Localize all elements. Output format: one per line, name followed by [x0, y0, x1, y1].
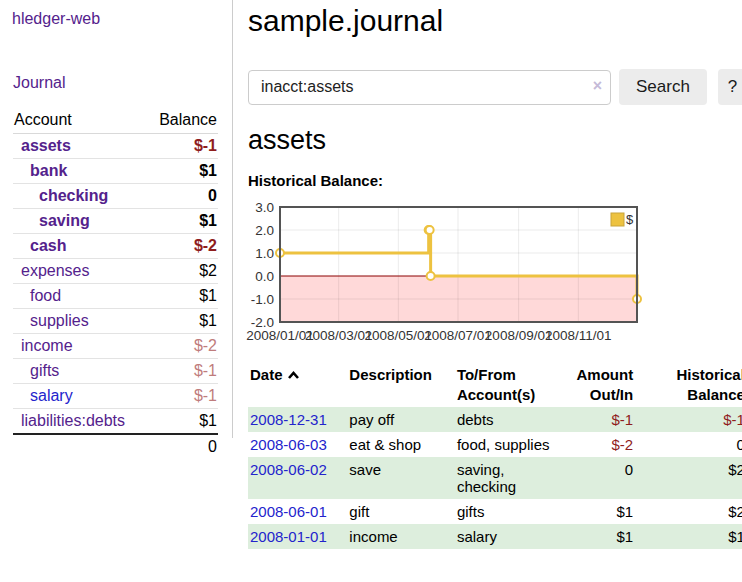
account-balance: 0: [147, 184, 218, 209]
transaction-amount: $-1: [561, 407, 635, 432]
transaction-row: 2008-12-31pay offdebts$-1$-1: [248, 407, 742, 432]
accounts-header-row: Account Balance: [13, 109, 218, 134]
accounts-tbody: assets$-1bank$1checking0saving$1cash$-2e…: [13, 134, 218, 435]
account-balance: $-2: [147, 334, 218, 359]
account-link[interactable]: saving: [39, 212, 90, 229]
transaction-balance: $2: [635, 499, 742, 524]
transaction-description: pay off: [347, 407, 455, 432]
account-balance: $1: [147, 409, 218, 435]
search-form: × Search ?: [248, 69, 742, 105]
page: hledger-web Journal Account Balance asse…: [0, 0, 742, 549]
transaction-accounts: salary: [455, 524, 562, 549]
account-row: food$1: [13, 284, 218, 309]
transaction-amount: $-2: [561, 432, 635, 457]
account-row: cash$-2: [13, 234, 218, 259]
accounts-header-balance: Balance: [147, 109, 218, 134]
account-link[interactable]: liabilities:debts: [21, 412, 125, 429]
svg-text:-1.0: -1.0: [251, 292, 274, 307]
page-title: sample.journal: [248, 3, 742, 39]
svg-text:2.0: 2.0: [255, 223, 274, 238]
account-link[interactable]: bank: [30, 162, 67, 179]
transaction-amount: 0: [561, 457, 635, 499]
register-header-amount: Amount Out/In: [561, 363, 635, 407]
register-table: Date Description To/From Account(s) Amou…: [248, 363, 742, 549]
transaction-description: eat & shop: [347, 432, 455, 457]
svg-text:2008/07/01: 2008/07/01: [424, 328, 492, 343]
transaction-balance: $2: [635, 457, 742, 499]
chart-label: Historical Balance:: [248, 172, 742, 190]
search-input-wrap: ×: [248, 70, 611, 105]
transaction-row: 2008-01-01incomesalary$1$1: [248, 524, 742, 549]
transaction-description: save: [347, 457, 455, 499]
transaction-accounts: saving, checking: [455, 457, 562, 499]
account-row: saving$1: [13, 209, 218, 234]
svg-text:$: $: [626, 212, 634, 227]
account-row: expenses$2: [13, 259, 218, 284]
account-row: checking0: [13, 184, 218, 209]
account-link[interactable]: income: [21, 337, 73, 354]
account-balance: $1: [147, 159, 218, 184]
sidebar: hledger-web Journal Account Balance asse…: [0, 0, 233, 438]
account-row: income$-2: [13, 334, 218, 359]
account-link[interactable]: gifts: [30, 362, 59, 379]
svg-text:2008/05/01: 2008/05/01: [365, 328, 433, 343]
account-balance: $1: [147, 209, 218, 234]
account-row: bank$1: [13, 159, 218, 184]
account-row: assets$-1: [13, 134, 218, 159]
svg-text:2008/03/01: 2008/03/01: [305, 328, 373, 343]
account-link[interactable]: salary: [30, 387, 73, 404]
transaction-description: gift: [347, 499, 455, 524]
search-input[interactable]: [248, 70, 611, 105]
svg-text:2008/01/01: 2008/01/01: [246, 328, 314, 343]
svg-text:0.0: 0.0: [255, 269, 274, 284]
accounts-table: Account Balance assets$-1bank$1checking0…: [13, 109, 218, 459]
svg-text:2008/11/01: 2008/11/01: [545, 328, 612, 343]
accounts-total-row: 0: [13, 434, 218, 459]
account-link[interactable]: cash: [30, 237, 66, 254]
account-row: gifts$-1: [13, 359, 218, 384]
transaction-date-link[interactable]: 2008-12-31: [250, 411, 327, 428]
transaction-balance: 0: [635, 432, 742, 457]
search-button[interactable]: Search: [619, 69, 707, 105]
svg-text:3.0: 3.0: [255, 200, 274, 215]
help-button[interactable]: ?: [718, 69, 742, 105]
transaction-accounts: food, supplies: [455, 432, 562, 457]
account-link[interactable]: assets: [21, 137, 71, 154]
transaction-amount: $1: [561, 524, 635, 549]
clear-search-icon[interactable]: ×: [593, 77, 602, 95]
account-link[interactable]: expenses: [21, 262, 90, 279]
account-link[interactable]: checking: [39, 187, 108, 204]
register-header-balance: Historical Balance: [635, 363, 742, 407]
account-balance: $-1: [147, 359, 218, 384]
account-row: supplies$1: [13, 309, 218, 334]
svg-text:1.0: 1.0: [255, 246, 274, 261]
transaction-description: income: [347, 524, 455, 549]
transaction-date-link[interactable]: 2008-06-02: [250, 461, 327, 478]
transaction-accounts: debts: [455, 407, 562, 432]
account-row: liabilities:debts$1: [13, 409, 218, 435]
transaction-date-link[interactable]: 2008-06-03: [250, 436, 327, 453]
account-balance: $-1: [147, 384, 218, 409]
register-tbody: 2008-12-31pay offdebts$-1$-12008-06-03ea…: [248, 407, 742, 549]
chart-box: $3.02.01.00.0-1.0-2.02008/01/012008/03/0…: [248, 204, 742, 346]
transaction-date-link[interactable]: 2008-06-01: [250, 503, 327, 520]
transaction-row: 2008-06-03eat & shopfood, supplies$-20: [248, 432, 742, 457]
app-title-link[interactable]: hledger-web: [12, 10, 218, 28]
account-heading: assets: [248, 125, 742, 156]
transaction-balance: $1: [635, 524, 742, 549]
accounts-header-account: Account: [13, 109, 147, 134]
register-header-row: Date Description To/From Account(s) Amou…: [248, 363, 742, 407]
register-header-date[interactable]: Date: [248, 363, 347, 407]
account-balance: $1: [147, 309, 218, 334]
account-link[interactable]: food: [30, 287, 61, 304]
account-link[interactable]: supplies: [30, 312, 89, 329]
svg-text:2008/09/01: 2008/09/01: [485, 328, 553, 343]
accounts-total-value: 0: [147, 434, 218, 459]
transaction-date-link[interactable]: 2008-01-01: [250, 528, 327, 545]
main-content: sample.journal × Search ? assets Histori…: [233, 0, 742, 549]
transaction-balance: $-1: [635, 407, 742, 432]
sidebar-item-journal[interactable]: Journal: [13, 74, 218, 92]
transaction-amount: $1: [561, 499, 635, 524]
register-header-accounts: To/From Account(s): [455, 363, 562, 407]
transaction-row: 2008-06-01giftgifts$1$2: [248, 499, 742, 524]
